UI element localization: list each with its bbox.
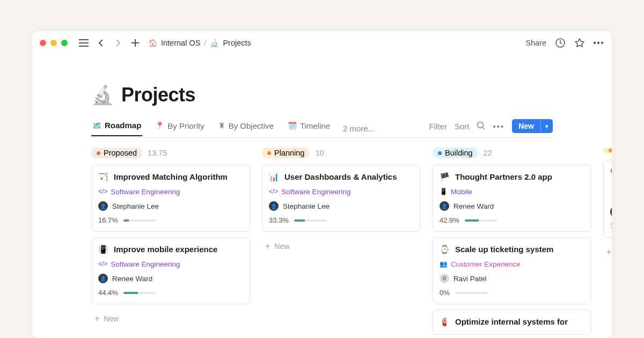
avatar: 👤 — [98, 274, 108, 283]
titlebar: 🏠 Internal OS / 🔬 Projects Share ••• — [32, 31, 612, 55]
view-more-icon[interactable]: ••• — [493, 122, 504, 131]
more-icon[interactable]: ••• — [594, 38, 604, 48]
tag-icon: </> — [98, 188, 107, 195]
card-emoji-icon: ⌚ — [440, 244, 450, 255]
sort-button[interactable]: Sort — [455, 122, 470, 131]
card-owner: 👤Renee Ward — [98, 274, 243, 283]
microscope-icon: 🔬 — [210, 39, 219, 47]
status-pill[interactable]: Proposed — [91, 148, 142, 158]
traffic-lights — [40, 40, 68, 46]
board-column: Proposed 13.75 🏹Improved Matching Algori… — [91, 148, 250, 338]
titlebar-actions: Share ••• — [525, 38, 604, 48]
card-emoji-icon: 📊 — [269, 172, 279, 182]
search-icon[interactable] — [477, 121, 485, 131]
avatar: R — [440, 274, 449, 283]
column-header: Building 22 — [433, 148, 591, 158]
close-window-button[interactable] — [40, 40, 46, 46]
star-icon[interactable] — [574, 38, 585, 48]
card-tag: 📱Mobile — [440, 188, 472, 196]
nav-back-button[interactable] — [94, 36, 107, 49]
nav-forward-button[interactable] — [112, 36, 125, 49]
tab-timeline[interactable]: 🗓️ Timeline — [287, 121, 331, 136]
column-header: Planning 10 — [262, 148, 421, 158]
home-icon: 🏠 — [148, 39, 157, 47]
breadcrumb-root[interactable]: Internal OS — [161, 39, 200, 47]
view-tools: Filter Sort ••• New ▾ — [429, 119, 553, 137]
progress-row: 42.9% — [440, 216, 584, 224]
board: Proposed 13.75 🏹Improved Matching Algori… — [91, 148, 553, 338]
tabs-more-button[interactable]: 2 more... — [343, 124, 375, 133]
calendar-icon: 🗓️ — [288, 121, 297, 130]
card-emoji-icon: 🧯 — [440, 317, 450, 327]
map-icon: 🗺️ — [92, 121, 101, 130]
tag-icon: 👥 — [440, 260, 448, 268]
share-button[interactable]: Share — [525, 39, 546, 47]
column-count: 13.75 — [148, 149, 167, 157]
app-window: 🏠 Internal OS / 🔬 Projects Share ••• 🔬 P… — [32, 31, 612, 338]
status-pill[interactable]: Planning — [262, 148, 310, 158]
page-title: Projects — [121, 84, 195, 106]
card-tag: </>Software Engineering — [98, 188, 180, 196]
board-column: Building 22 🏴Thought Partners 2.0 app📱Mo… — [433, 148, 591, 338]
svg-point-1 — [478, 122, 484, 128]
status-pill[interactable]: Building — [433, 148, 478, 158]
tag-icon: 📱 — [440, 188, 448, 195]
card[interactable]: 📊User Dashboards & Analytics</>Software … — [262, 165, 421, 232]
new-page-button[interactable] — [129, 36, 142, 49]
avatar: 👤 — [440, 201, 449, 211]
tag-icon: </> — [98, 260, 107, 268]
breadcrumb-current[interactable]: Projects — [223, 39, 251, 47]
breadcrumb: 🏠 Internal OS / 🔬 Projects — [148, 39, 251, 47]
card-owner: RRavi Patel — [440, 274, 584, 283]
card[interactable]: 📳Improve mobile experience</>Software En… — [91, 237, 250, 304]
card[interactable]: 🧯Optimize internal systems for — [433, 310, 591, 335]
board-column-overflow: ❤️ 📱 👤 75 + — [603, 148, 612, 338]
card-title: 📊User Dashboards & Analytics — [269, 172, 414, 182]
tab-by-priority[interactable]: 📍 By Priority — [154, 121, 205, 136]
filter-button[interactable]: Filter — [429, 122, 447, 131]
column-name: Building — [445, 149, 473, 157]
card-tag: </>Software Engineering — [269, 188, 350, 196]
add-card-button[interactable]: +New — [91, 310, 250, 328]
maximize-window-button[interactable] — [61, 40, 68, 46]
card[interactable]: 🏴Thought Partners 2.0 app📱Mobile👤Renee W… — [433, 165, 591, 232]
progress-pct: 0% — [440, 289, 450, 297]
add-card-button[interactable]: + — [603, 243, 612, 261]
card-title: 📳Improve mobile experience — [98, 244, 243, 255]
progress-bar — [294, 219, 326, 222]
card-owner: 👤Stephanie Lee — [269, 201, 414, 211]
card[interactable]: ⌚Scale up ticketing system👥Customer Expe… — [433, 237, 591, 304]
board-column: Planning 10 📊User Dashboards & Analytics… — [262, 148, 421, 338]
tab-label: Roadmap — [105, 121, 141, 130]
chevron-down-icon[interactable]: ▾ — [540, 120, 553, 133]
card-title: 🏴Thought Partners 2.0 app — [440, 172, 584, 182]
card-emoji-icon: 🏴 — [440, 172, 450, 182]
column-count: 10 — [315, 149, 324, 157]
card-emoji-icon: 📳 — [98, 244, 108, 255]
plus-icon: + — [94, 314, 99, 324]
column-header: Proposed 13.75 — [91, 148, 250, 158]
avatar: 👤 — [269, 201, 279, 211]
progress-row: 33.3% — [269, 216, 414, 224]
new-button[interactable]: New ▾ — [512, 119, 553, 133]
card-tag: 👥Customer Experience — [440, 260, 521, 268]
add-card-button[interactable]: +New — [262, 237, 421, 255]
view-tabs: 🗺️ Roadmap 📍 By Priority ♜ By Objective … — [91, 119, 553, 138]
page-icon[interactable]: 🔬 — [91, 84, 114, 106]
sidebar-toggle-icon[interactable] — [77, 36, 90, 49]
progress-pct: 44.4% — [98, 289, 118, 297]
tab-roadmap[interactable]: 🗺️ Roadmap — [91, 121, 142, 136]
minimize-window-button[interactable] — [50, 40, 57, 46]
column-count: 22 — [484, 149, 492, 157]
tab-label: Timeline — [300, 121, 330, 130]
clock-icon[interactable] — [555, 38, 566, 48]
tab-by-objective[interactable]: ♜ By Objective — [217, 121, 275, 136]
plus-icon: + — [265, 241, 270, 251]
chess-icon: ♜ — [218, 121, 225, 130]
status-dot-icon — [97, 151, 100, 155]
status-dot-icon — [438, 151, 442, 155]
card-title: 🧯Optimize internal systems for — [440, 317, 584, 327]
card[interactable]: 🏹Improved Matching Algorithm</>Software … — [91, 165, 250, 232]
progress-pct: 33.3% — [269, 216, 289, 224]
progress-row: 44.4% — [98, 289, 243, 297]
